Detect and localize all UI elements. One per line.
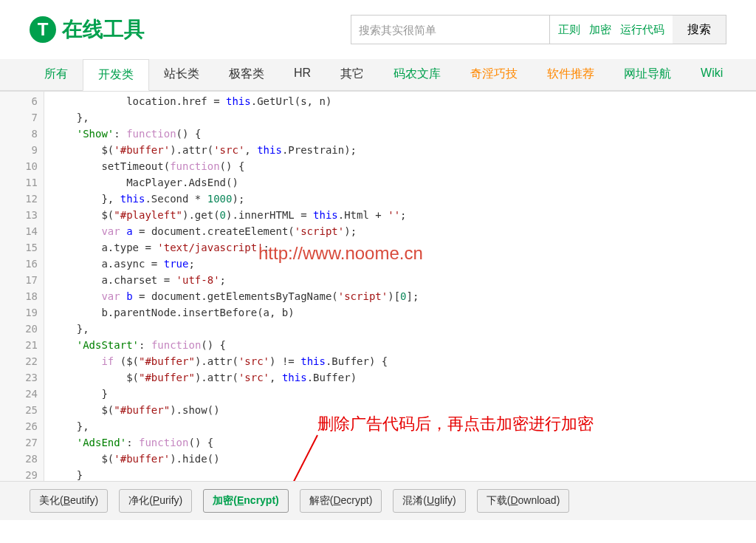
tool-button[interactable]: 混淆(Uglify) — [393, 489, 465, 513]
code-editor[interactable]: 6789101112131415161718192021222324252627… — [0, 91, 756, 481]
search-tag[interactable]: 加密 — [585, 23, 616, 37]
nav-tab[interactable]: 站长类 — [149, 59, 214, 90]
logo-icon: T — [30, 16, 56, 43]
tool-button[interactable]: 美化(Beutify) — [30, 489, 108, 513]
nav-tab[interactable]: 开发类 — [83, 59, 149, 91]
nav-tab[interactable]: 其它 — [326, 59, 379, 90]
nav-tab[interactable]: 奇淫巧技 — [456, 59, 532, 90]
search-input[interactable] — [351, 15, 550, 44]
svg-text:T: T — [38, 19, 49, 39]
toolbar: 美化(Beutify)净化(Purify)加密(Encrypt)解密(Decry… — [0, 481, 756, 520]
nav-tab[interactable]: Wiki — [686, 59, 738, 90]
nav-tab[interactable]: 网址导航 — [609, 59, 686, 90]
nav-tab[interactable]: 所有 — [30, 59, 83, 90]
search-box: 正则加密运行代码 搜索 — [351, 15, 726, 44]
line-gutter: 6789101112131415161718192021222324252627… — [0, 92, 44, 481]
search-tag[interactable]: 正则 — [554, 23, 585, 37]
nav-tab[interactable]: 极客类 — [214, 59, 279, 90]
logo[interactable]: T 在线工具 — [30, 16, 145, 44]
tool-button[interactable]: 净化(Purify) — [119, 489, 192, 513]
search-tags: 正则加密运行代码 — [550, 15, 673, 44]
tool-button[interactable]: 下载(Download) — [477, 489, 570, 513]
nav-tab[interactable]: HR — [279, 59, 326, 90]
nav-tab[interactable]: 软件推荐 — [532, 59, 609, 90]
code-area[interactable]: location.href = this.GetUrl(s, n) }, 'Sh… — [44, 92, 756, 481]
search-button[interactable]: 搜索 — [673, 15, 726, 44]
nav-tab[interactable]: 码农文库 — [379, 59, 456, 90]
search-tag[interactable]: 运行代码 — [616, 23, 669, 37]
nav-tabs: 所有开发类站长类极客类HR其它码农文库奇淫巧技软件推荐网址导航Wiki — [0, 59, 756, 91]
tool-button[interactable]: 解密(Decrypt) — [300, 489, 382, 513]
logo-text: 在线工具 — [62, 16, 145, 44]
tool-button[interactable]: 加密(Encrypt) — [203, 489, 288, 513]
